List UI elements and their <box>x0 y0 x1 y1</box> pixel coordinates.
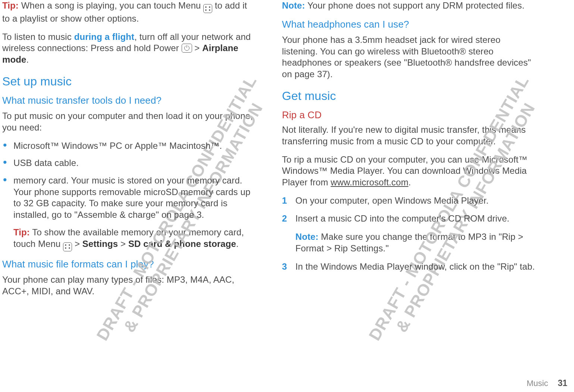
rip-format-note: Note: Make sure you change the format to… <box>282 231 536 254</box>
flight-c: > <box>192 43 203 53</box>
memory-tip: Tip: To show the available memory on you… <box>2 227 256 251</box>
formats-text: Your phone can play many types of files:… <box>2 274 256 297</box>
tip-text-a: When a song is playing, you can touch Me… <box>19 0 203 10</box>
settings-label: Settings <box>82 239 118 249</box>
power-icon <box>182 44 192 53</box>
list-item: On your computer, open Windows Media Pla… <box>282 195 536 207</box>
tools-list: Microsoft™ Windows™ PC or Apple™ Macinto… <box>2 140 256 221</box>
note-label: Note: <box>295 232 319 242</box>
heading-file-formats: What music file formats can I play? <box>2 258 256 270</box>
manual-page: DRAFT - MOTOROLA CONFIDENTIAL& PROPRIETA… <box>0 0 574 392</box>
tools-intro: To put music on your computer and then l… <box>2 110 256 133</box>
flight-bold: during a flight <box>74 32 134 42</box>
content-columns: Tip: When a song is playing, you can tou… <box>0 0 574 304</box>
page-number: 31 <box>558 378 567 388</box>
note-text: Your phone does not support any DRM prot… <box>305 0 524 10</box>
subnote-text: Make sure you change the format to MP3 i… <box>295 232 523 253</box>
rip-p2-b: . <box>408 177 411 187</box>
footer-section: Music <box>527 379 548 388</box>
note-label: Note: <box>282 0 305 10</box>
tip-label: Tip: <box>2 0 19 10</box>
tip-playing-song: Tip: When a song is playing, you can tou… <box>2 0 256 25</box>
flight-paragraph: To listen to music during a flight, turn… <box>2 31 256 66</box>
subtip-b: > <box>72 239 82 249</box>
flight-e: . <box>26 54 29 65</box>
heading-headphones: What headphones can I use? <box>282 18 536 31</box>
microsoft-link: www.microsoft.com <box>331 177 408 187</box>
flight-a: To listen to music <box>2 32 74 42</box>
headphones-text: Your phone has a 3.5mm headset jack for … <box>282 34 536 80</box>
subtip-d: > <box>118 239 128 249</box>
subtip-f: . <box>236 239 239 249</box>
heading-rip-cd: Rip a CD <box>282 109 536 121</box>
heading-transfer-tools: What music transfer tools do I need? <box>2 94 256 107</box>
rip-steps-continued: In the Windows Media Player window, clic… <box>282 261 536 273</box>
page-footer: Music 31 <box>527 378 567 388</box>
menu-icon <box>203 4 212 13</box>
right-column: Note: Your phone does not support any DR… <box>282 0 536 304</box>
list-item: In the Windows Media Player window, clic… <box>282 261 536 273</box>
list-item: USB data cable. <box>2 157 256 169</box>
list-item: Microsoft™ Windows™ PC or Apple™ Macinto… <box>2 140 256 152</box>
tip-label: Tip: <box>13 227 30 237</box>
rip-paragraph-2: To rip a music CD on your computer, you … <box>282 154 536 188</box>
heading-set-up-music: Set up music <box>2 74 256 89</box>
list-item: memory card. Your music is stored on you… <box>2 175 256 221</box>
rip-steps: On your computer, open Windows Media Pla… <box>282 195 536 225</box>
drm-note: Note: Your phone does not support any DR… <box>282 0 536 12</box>
rip-paragraph-1: Not literally. If you're new to digital … <box>282 124 536 147</box>
heading-get-music: Get music <box>282 88 536 104</box>
left-column: Tip: When a song is playing, you can tou… <box>2 0 256 304</box>
menu-icon <box>63 242 72 251</box>
list-item: Insert a music CD into the computer's CD… <box>282 213 536 225</box>
sdcard-storage-label: SD card & phone storage <box>128 239 236 249</box>
